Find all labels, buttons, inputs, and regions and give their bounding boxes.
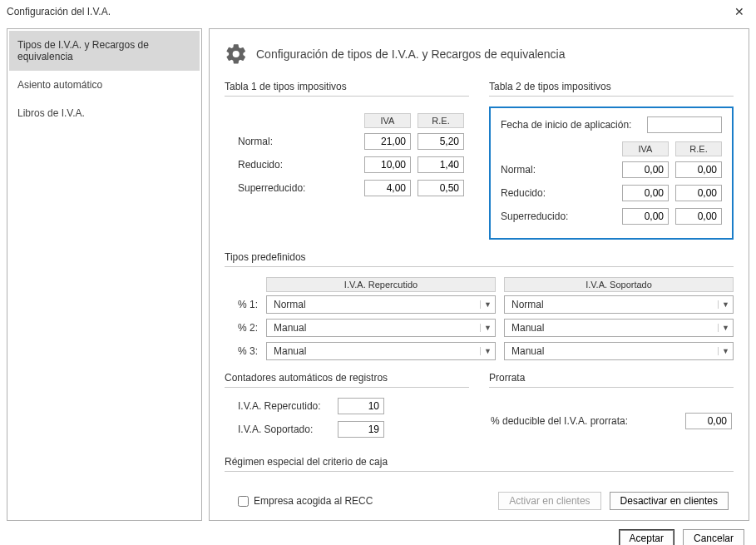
recc-checkbox-label: Empresa acogida al RECC [254,495,373,507]
predef-row3-repercutido-combo[interactable]: Manual▼ [266,342,496,360]
prorrata-title: Prorrata [489,372,734,388]
recc-checkbox[interactable]: Empresa acogida al RECC [238,495,373,507]
chevron-down-icon: ▼ [480,300,492,309]
table2-normal-label: Normal: [501,164,536,176]
table1-col-re: R.E. [418,113,464,128]
table1-super-re[interactable] [418,180,464,196]
table1-reducido-label: Reducido: [238,159,283,171]
table1-reducido-iva[interactable] [364,156,411,173]
predef-row3-soportado-combo[interactable]: Manual▼ [504,342,734,360]
chevron-down-icon: ▼ [480,347,492,355]
table2-col-iva: IVA [622,141,669,156]
table1-col-iva: IVA [364,113,411,128]
prorrata-input[interactable] [685,413,732,429]
table1-normal-re[interactable] [418,133,464,150]
window-title: Configuración del I.V.A. [7,6,111,17]
table1-super-label: Superreducido: [238,182,305,194]
accept-button[interactable]: Aceptar [619,529,674,545]
predef-row2-soportado-combo[interactable]: Manual▼ [504,319,734,337]
main-panel: Configuración de tipos de I.V.A. y Recar… [209,28,749,521]
predef-row3-label: % 3: [225,345,258,357]
table1-normal-label: Normal: [238,136,273,147]
predef-col-soportado: I.V.A. Soportado [504,277,734,292]
counters-title: Contadores automáticos de registros [225,372,469,388]
sidebar-item-tipos-iva[interactable]: Tipos de I.V.A. y Recargos de equivalenc… [9,31,200,71]
counter-soportado-label: I.V.A. Soportado: [238,424,329,435]
chevron-down-icon: ▼ [718,324,729,332]
table2-reducido-re[interactable] [675,185,722,201]
predef-row1-soportado-combo[interactable]: Normal▼ [504,295,734,314]
sidebar-item-libros[interactable]: Libros de I.V.A. [9,99,200,127]
table2-reducido-iva[interactable] [622,185,669,201]
table2-reducido-label: Reducido: [501,187,546,199]
gear-icon [225,42,248,66]
chevron-down-icon: ▼ [718,300,729,309]
predef-row1-repercutido-combo[interactable]: Normal▼ [266,295,496,314]
predef-row2-repercutido-combo[interactable]: Manual▼ [266,319,496,337]
table1-reducido-re[interactable] [418,156,464,173]
page-title: Configuración de tipos de I.V.A. y Recar… [256,47,566,61]
table1-super-iva[interactable] [364,180,411,196]
recc-title: Régimen especial del criterio de caja [225,456,734,472]
predef-title: Tipos predefinidos [225,251,734,267]
deactivate-clients-button[interactable]: Desactivar en clientes [610,492,729,510]
counter-soportado-input[interactable] [338,421,384,438]
sidebar: Tipos de I.V.A. y Recargos de equivalenc… [7,28,202,521]
table2-highlight-box: Fecha de inicio de aplicación: IVA R.E. … [489,107,734,240]
prorrata-label: % deducible del I.V.A. prorrata: [491,415,628,427]
table2-super-re[interactable] [675,208,722,225]
sidebar-item-asiento[interactable]: Asiento automático [9,71,200,99]
table2-title: Tabla 2 de tipos impositivos [489,81,734,97]
table1-title: Tabla 1 de tipos impositivos [225,81,469,97]
table2-super-iva[interactable] [622,208,669,225]
predef-row1-label: % 1: [225,299,258,310]
cancel-button[interactable]: Cancelar [683,529,744,545]
chevron-down-icon: ▼ [718,347,729,355]
activate-clients-button[interactable]: Activar en clientes [498,492,600,510]
counter-repercutido-input[interactable] [338,398,384,414]
predef-row2-label: % 2: [225,322,258,334]
table2-normal-re[interactable] [675,161,722,178]
counter-repercutido-label: I.V.A. Repercutido: [238,400,329,412]
close-icon[interactable]: ✕ [731,5,748,18]
table2-super-label: Superreducido: [501,211,568,222]
recc-checkbox-input[interactable] [238,496,249,507]
table1-normal-iva[interactable] [364,133,411,150]
chevron-down-icon: ▼ [480,324,492,332]
table2-col-re: R.E. [675,141,722,156]
table2-startdate-label: Fecha de inicio de aplicación: [501,119,631,131]
table2-normal-iva[interactable] [622,161,669,178]
table2-startdate-input[interactable] [647,116,722,133]
predef-col-repercutido: I.V.A. Repercutido [266,277,496,292]
